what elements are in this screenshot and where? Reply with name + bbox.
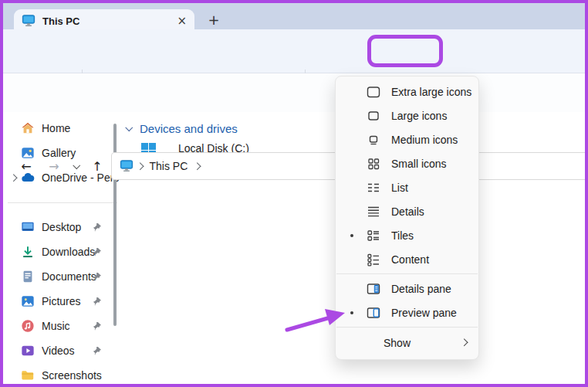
content-view-icon <box>366 252 381 267</box>
menu-item-content[interactable]: Content <box>336 247 478 271</box>
home-icon <box>21 121 35 135</box>
sidebar-item-gallery[interactable]: Gallery <box>3 141 122 165</box>
pin-icon <box>93 321 102 331</box>
sidebar-item-screenshots[interactable]: Screenshots <box>3 363 122 387</box>
desktop-icon <box>21 220 35 234</box>
menu-item-tiles[interactable]: Tiles <box>336 223 478 247</box>
breadcrumb-chevron-icon <box>137 162 144 169</box>
view-dropdown-menu: Extra large icons Large icons Medium ico… <box>335 76 479 360</box>
group-header[interactable]: Devices and drives <box>140 122 238 135</box>
sidebar-item-desktop[interactable]: Desktop <box>3 215 122 239</box>
address-row: ← → ↑ This PC <box>3 73 585 112</box>
this-pc-monitor-icon <box>22 14 35 28</box>
sidebar-item-onedrive[interactable]: OneDrive - Pers <box>3 165 122 190</box>
menu-item-preview-pane[interactable]: Preview pane <box>336 300 478 324</box>
pin-icon <box>93 346 102 355</box>
small-icons-icon <box>366 156 381 171</box>
selected-bullet-icon <box>350 234 353 237</box>
menu-divider <box>336 273 478 274</box>
details-pane-icon <box>366 281 381 297</box>
extra-large-icons-icon <box>366 84 381 100</box>
sidebar-divider <box>3 190 122 215</box>
menu-item-show[interactable]: Show <box>336 330 478 355</box>
navigation-pane: Home Gallery OneDrive - Pers Desktop Dow… <box>3 116 122 387</box>
file-explorer-window: This PC × + New Sort <box>0 0 588 387</box>
music-icon <box>21 319 35 333</box>
breadcrumb-chevron-icon <box>194 162 201 169</box>
tab-strip: This PC × + <box>3 3 585 29</box>
menu-item-medium-icons[interactable]: Medium icons <box>336 127 478 151</box>
videos-icon <box>21 344 35 358</box>
downloads-icon <box>21 245 35 259</box>
folder-icon <box>21 368 35 382</box>
menu-item-extra-large-icons[interactable]: Extra large icons <box>336 80 478 104</box>
pin-icon <box>93 297 102 306</box>
sidebar-item-documents[interactable]: Documents <box>3 264 122 289</box>
menu-item-small-icons[interactable]: Small icons <box>336 151 478 175</box>
pin-icon <box>93 222 102 232</box>
pictures-icon <box>21 294 35 308</box>
pin-icon <box>93 272 102 281</box>
menu-item-details[interactable]: Details <box>336 199 478 223</box>
tab-close-icon[interactable]: × <box>177 15 187 27</box>
menu-item-details-pane[interactable]: Details pane <box>336 277 478 300</box>
tab-title: This PC <box>42 15 79 27</box>
sidebar-item-home[interactable]: Home <box>3 116 122 141</box>
onedrive-cloud-icon <box>21 171 35 185</box>
documents-icon <box>21 270 35 283</box>
group-collapse-chevron-icon[interactable] <box>126 124 133 131</box>
expand-chevron-icon <box>10 174 17 181</box>
pin-icon <box>93 247 102 256</box>
selected-bullet-icon <box>350 311 353 314</box>
preview-pane-icon <box>366 305 381 321</box>
large-icons-icon <box>366 108 381 124</box>
submenu-chevron-icon <box>460 339 467 346</box>
sidebar-item-music[interactable]: Music <box>3 314 122 338</box>
list-view-icon <box>366 180 381 195</box>
menu-item-large-icons[interactable]: Large icons <box>336 104 478 127</box>
medium-icons-icon <box>366 132 381 148</box>
details-view-icon <box>366 204 381 219</box>
tiles-view-icon <box>366 228 381 243</box>
new-tab-button[interactable]: + <box>204 10 224 29</box>
sidebar-item-downloads[interactable]: Downloads <box>3 239 122 264</box>
menu-item-list[interactable]: List <box>336 175 478 199</box>
sidebar-item-videos[interactable]: Videos <box>3 338 122 363</box>
breadcrumb-this-pc[interactable]: This PC <box>150 160 188 172</box>
toolbar: New Sort View ••• <box>3 29 585 73</box>
menu-divider <box>336 327 478 328</box>
this-pc-monitor-icon <box>120 159 133 173</box>
gallery-icon <box>21 146 35 160</box>
sidebar-item-pictures[interactable]: Pictures <box>3 289 122 314</box>
